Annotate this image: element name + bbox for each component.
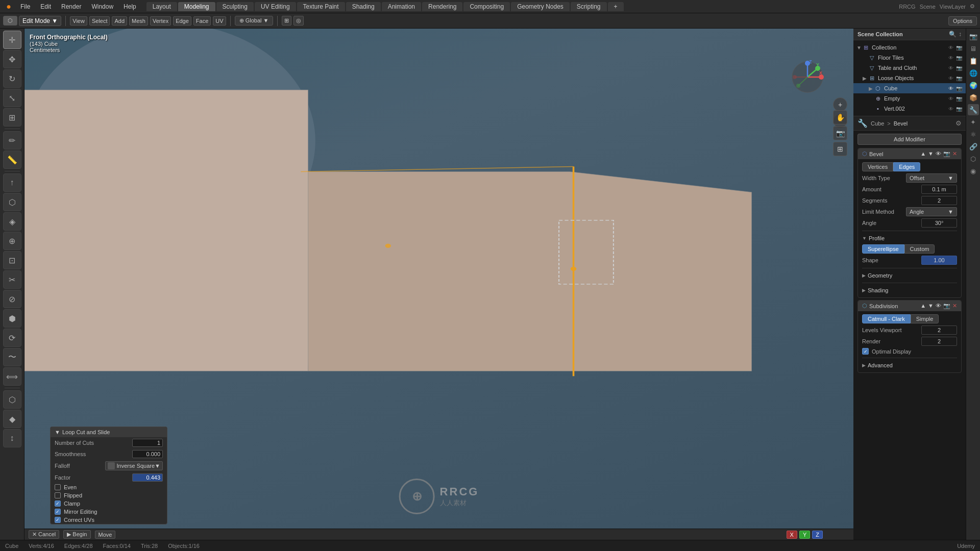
cube-eye[interactable]: 👁 [947, 85, 954, 92]
z-axis-btn[interactable]: Z [812, 531, 823, 539]
offset-edge-tool[interactable]: ⊡ [3, 251, 21, 269]
workspace-add[interactable]: + [608, 2, 624, 11]
workspace-uv[interactable]: UV Editing [255, 2, 296, 11]
modifier-props-icon[interactable]: 🔧 [968, 104, 979, 115]
camera-view-btn[interactable]: 📷 [833, 126, 847, 140]
render-value[interactable]: 2 [921, 337, 957, 346]
tree-item-collection[interactable]: ▼ ⊞ Collection 👁 📷 [853, 42, 966, 53]
proportional-btn[interactable]: ◎ [293, 16, 304, 26]
sub-up-icon[interactable]: ▲ [920, 303, 926, 309]
edge-btn[interactable]: Edge [173, 16, 191, 26]
bevel-down-icon[interactable]: ▼ [928, 151, 934, 157]
add-btn[interactable]: Add [112, 16, 127, 26]
render-props-icon[interactable]: 📷 [968, 31, 979, 42]
push-pull-tool[interactable]: ↕ [3, 429, 21, 447]
amount-value[interactable]: 0.1 m [921, 185, 957, 194]
window-menu[interactable]: Window [86, 2, 118, 11]
tree-item-floor-tiles[interactable]: ▽ Floor Tiles 👁 📷 [853, 53, 966, 63]
bevel-up-icon[interactable]: ▲ [920, 151, 926, 157]
factor-value[interactable]: 0.443 [132, 473, 163, 482]
scene-props-icon[interactable]: 🌐 [968, 67, 979, 79]
viewlayer-selector[interactable]: ViewLayer [940, 4, 966, 10]
flipped-checkbox[interactable] [55, 492, 61, 498]
workspace-modeling[interactable]: Modeling [178, 2, 215, 11]
cursor-tool[interactable]: ✛ [3, 31, 21, 49]
optimal-display-checkbox[interactable]: ✓ [862, 348, 869, 355]
snap-btn[interactable]: ⊞ [282, 16, 291, 26]
table-cloth-eye[interactable]: 👁 [947, 64, 954, 71]
empty-cam[interactable]: 📷 [955, 95, 963, 102]
advanced-section[interactable]: ▶ Advanced [862, 361, 957, 369]
zoom-in-btn[interactable]: + [833, 97, 847, 112]
loose-objects-cam[interactable]: 📷 [955, 74, 963, 82]
world-props-icon[interactable]: 🌍 [968, 80, 979, 91]
loose-objects-eye[interactable]: 👁 [947, 74, 954, 82]
profile-section[interactable]: ▼ Profile [862, 234, 957, 242]
falloff-dropdown[interactable]: Inverse Square ▼ [105, 461, 163, 470]
vert-eye[interactable]: 👁 [947, 105, 954, 112]
face-btn[interactable]: Face [193, 16, 211, 26]
shape-value[interactable]: 1.00 [921, 256, 957, 265]
view-layer-props-icon[interactable]: 📋 [968, 55, 979, 66]
add-modifier-button[interactable]: Add Modifier [857, 134, 962, 145]
shrink-tool[interactable]: ◆ [3, 410, 21, 428]
workspace-shading[interactable]: Shading [346, 2, 381, 11]
render-icon[interactable]: 📷 [955, 44, 963, 51]
workspace-geometry[interactable]: Geometry Nodes [511, 2, 570, 11]
segments-value[interactable]: 2 [921, 196, 957, 205]
tree-item-vert002[interactable]: • Vert.002 👁 📷 [853, 104, 966, 114]
sub-delete-icon[interactable]: ✕ [952, 303, 957, 309]
rotate-tool[interactable]: ↻ [3, 69, 21, 88]
constraints-props-icon[interactable]: 🔗 [968, 141, 979, 152]
sub-render-icon[interactable]: 📷 [943, 303, 950, 309]
mode-icon[interactable]: ⬡ [3, 16, 17, 26]
physics-props-icon[interactable]: ⚛ [968, 129, 979, 140]
workspace-sculpting[interactable]: Sculpting [216, 2, 254, 11]
bevel-render-icon[interactable]: 📷 [943, 151, 950, 157]
workspace-layout[interactable]: Layout [146, 2, 177, 11]
global-settings[interactable]: ⚙ [970, 3, 975, 10]
loop-cut-tool[interactable]: ⊕ [3, 232, 21, 250]
workspace-animation[interactable]: Animation [382, 2, 421, 11]
material-props-icon[interactable]: ◉ [968, 165, 979, 177]
help-menu[interactable]: Help [118, 2, 141, 11]
knife-tool[interactable]: ✂ [3, 270, 21, 289]
smoothness-value[interactable]: 0.000 [132, 450, 163, 458]
cuts-value[interactable]: 1 [132, 439, 163, 447]
grid-toggle-btn[interactable]: ⊞ [833, 142, 847, 156]
limit-method-dropdown[interactable]: Angle ▼ [906, 207, 957, 216]
axis-gizmo[interactable]: X Y Z [790, 59, 825, 95]
blender-logo[interactable]: ● [2, 1, 15, 12]
custom-btn[interactable]: Custom [904, 244, 935, 254]
filter-icon[interactable]: 🔍 [949, 31, 957, 38]
workspace-scripting[interactable]: Scripting [571, 2, 607, 11]
scale-tool[interactable]: ⤡ [3, 89, 21, 107]
render-menu[interactable]: Render [56, 2, 86, 11]
engine-selector[interactable]: RRCG [899, 4, 915, 10]
annotate-tool[interactable]: ✏ [3, 131, 21, 149]
clamp-checkbox[interactable]: ✓ [55, 500, 61, 507]
output-props-icon[interactable]: 🖥 [968, 43, 979, 54]
y-axis-btn[interactable]: Y [799, 531, 810, 539]
tree-item-loose-objects[interactable]: ▶ ⊞ Loose Objects 👁 📷 [853, 73, 966, 83]
sub-visibility-icon[interactable]: 👁 [936, 303, 941, 309]
angle-value[interactable]: 30° [921, 218, 957, 228]
workspace-texture[interactable]: Texture Paint [297, 2, 345, 11]
x-axis-btn[interactable]: X [787, 531, 797, 539]
workspace-compositing[interactable]: Compositing [463, 2, 510, 11]
even-checkbox[interactable] [55, 484, 61, 490]
particle-props-icon[interactable]: ✦ [968, 116, 979, 128]
file-menu[interactable]: File [15, 2, 35, 11]
bisect-tool[interactable]: ⊘ [3, 290, 21, 308]
superellipse-btn[interactable]: Superellipse [862, 244, 904, 254]
cube-cam[interactable]: 📷 [955, 85, 963, 92]
scene-selector[interactable]: Scene [920, 4, 936, 10]
vertex-btn[interactable]: Vertex [150, 16, 171, 26]
geometry-section[interactable]: ▶ Geometry [862, 271, 957, 280]
tree-item-table-cloth[interactable]: ▽ Table and Cloth 👁 📷 [853, 63, 966, 73]
tree-item-cube[interactable]: ▶ ⬡ Cube 👁 📷 [853, 83, 966, 93]
bevel-delete-icon[interactable]: ✕ [952, 151, 957, 157]
shear-tool[interactable]: ⬡ [3, 390, 21, 409]
width-type-dropdown[interactable]: Offset ▼ [906, 173, 957, 183]
shading-section[interactable]: ▶ Shading [862, 286, 957, 294]
